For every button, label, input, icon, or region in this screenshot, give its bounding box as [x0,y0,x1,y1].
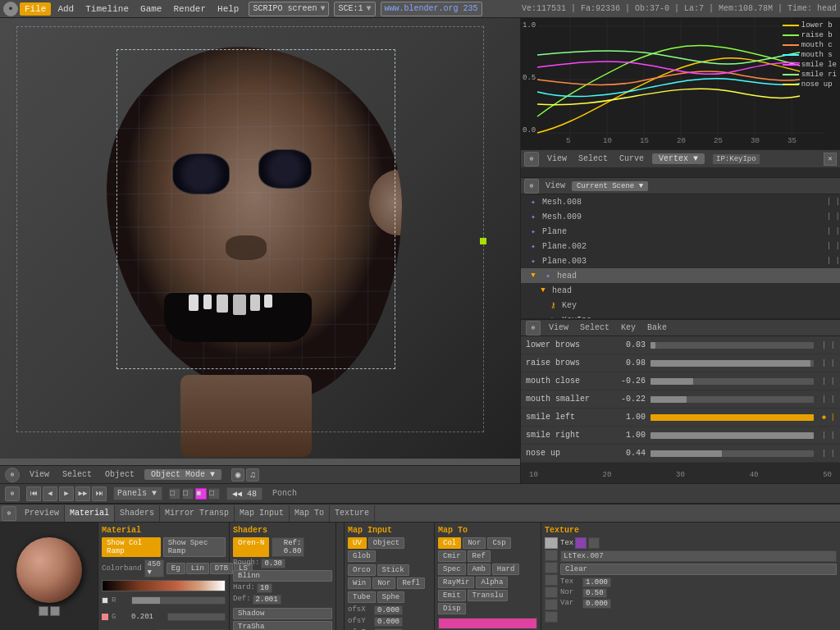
shape-key-icon[interactable]: ⊕ [526,321,541,336]
nor-map-btn[interactable]: Nor [463,537,486,549]
outliner-item-head-obj[interactable]: ▼ head [521,283,840,298]
win-btn[interactable]: Win [348,578,371,589]
viewport-icon-1[interactable]: ◉ [231,468,244,482]
object-btn[interactable]: Object [368,537,404,549]
tex-slot-6[interactable] [545,599,558,610]
menu-help[interactable]: Help [212,2,244,16]
3d-viewport[interactable]: (46) head ⊕ View Select Object Object Mo… [0,18,520,483]
shape-key-mouth-smaller[interactable]: mouth smaller -0.22 | | [521,390,840,409]
disp-map-btn[interactable]: Disp [438,603,466,614]
col-map-btn[interactable]: Col [438,537,461,549]
outliner-view-btn[interactable]: View [542,180,568,191]
viewport-mode-icon[interactable]: ⊕ [5,468,20,482]
uv-btn[interactable]: UV [348,537,367,549]
outliner-item-plane003[interactable]: ✦ Plane.003 | | [521,253,840,268]
shape-key-nose-up[interactable]: nose up 0.44 | | [521,445,840,463]
graph-view-btn[interactable]: View [544,153,570,164]
menu-timeline[interactable]: Timeline [80,2,134,16]
timeline-play-btn[interactable]: ▶ [59,486,74,501]
tex-field[interactable]: 1.000 [582,578,611,587]
nor-tex-field[interactable]: 0.50 [582,588,607,598]
graph-vertex-dropdown[interactable]: Vertex ▼ [652,153,705,164]
ref-map-btn[interactable]: Ref [468,550,491,562]
outliner-item-keyipo[interactable]: ≈ KeyIpo [521,313,840,319]
viewport-view-btn[interactable]: View [26,469,52,480]
tab-map-input[interactable]: Map Input [235,505,290,522]
timeline-end-btn[interactable]: ⏭ [92,486,107,501]
ofsx-field[interactable]: 0.000 [374,605,403,615]
ofsy-field[interactable]: 0.000 [374,617,403,627]
raymir-map-btn[interactable]: RayMir [438,577,474,588]
menu-add[interactable]: Add [52,2,79,16]
graph-mode-icon[interactable]: ⊕ [524,152,539,167]
frame-counter[interactable]: ◀◀ 48 [226,487,262,500]
menu-game[interactable]: Game [135,2,167,16]
nor-btn[interactable]: Nor [372,578,395,589]
def-field[interactable]: 2.001 [253,595,281,605]
viewport-object-btn[interactable]: Object [102,469,138,480]
outliner-item-head[interactable]: ▼ ✦ head [521,268,840,283]
scene-dropdown[interactable]: SCE:1 ▼ [334,2,375,16]
emit-map-btn[interactable]: Emit [438,590,466,601]
props-icon[interactable]: ⊕ [2,506,16,521]
shape-key-view-btn[interactable]: View [546,322,572,333]
timeline-prev-btn[interactable]: ◀ [43,486,57,501]
clear-tex-btn[interactable]: Clear [560,564,837,575]
tab-shaders[interactable]: Shaders [115,505,160,522]
tab-preview[interactable]: Preview [20,505,65,522]
show-spec-ramp-btn[interactable]: Show Spec Ramp [163,537,226,557]
timeline-start-btn[interactable]: ⏮ [26,486,41,501]
tex-type-icon-1[interactable] [575,537,587,549]
panel-icon-1[interactable]: □ [169,488,180,500]
amb-map-btn[interactable]: Amb [468,564,491,575]
screen-dropdown[interactable]: SCRIPO screen ▼ [249,2,329,16]
alpha-map-btn[interactable]: Alpha [476,577,508,588]
hard-map-btn[interactable]: Hard [492,564,520,575]
colorband-display[interactable] [102,580,226,591]
oren-n-btn[interactable]: Oren-N [233,537,269,557]
panel-icon-2[interactable]: □ [182,488,194,500]
preview-icon-2[interactable] [50,606,60,616]
outliner-item-plane[interactable]: ✦ Plane | | [521,224,840,239]
shape-key-lower-brows[interactable]: lower brows 0.03 | | [521,336,840,354]
viewport-select-btn[interactable]: Select [59,469,95,480]
menu-file[interactable]: File [20,2,51,16]
viewport-mode-dropdown[interactable]: Object Mode ▼ [144,469,221,480]
panel-icon-3[interactable]: ■ [195,488,207,500]
tab-map-to[interactable]: Map To [290,505,330,522]
tex-type-icon-2[interactable] [588,537,600,549]
glob-btn[interactable]: Glob [348,550,376,562]
tab-texture[interactable]: Texture [330,505,375,522]
viewport-icon-2[interactable]: ♫ [246,468,259,482]
timeline-icon[interactable]: ⊕ [5,486,20,501]
cmir-map-btn[interactable]: Cmir [438,550,466,562]
outliner-item-key[interactable]: ⚷ Key [521,298,840,313]
outliner-mode-icon[interactable]: ⊕ [524,179,539,194]
shape-key-key-btn[interactable]: Key [618,322,639,333]
shape-key-bake-btn[interactable]: Bake [644,322,670,333]
tex-slot-3[interactable] [545,562,558,573]
tex-slot-4[interactable] [545,574,558,586]
var-tex-field[interactable]: 0.000 [582,599,611,609]
ref-field[interactable]: Ref: 0.80 [272,537,304,557]
csp-map-btn[interactable]: Csp [487,537,510,549]
shape-key-smile-right[interactable]: smile right 1.00 | | [521,427,840,445]
outliner-item-plane002[interactable]: ✦ Plane.002 | | [521,239,840,253]
outliner-item-mesh009[interactable]: ✦ Mesh.009 | | [521,209,840,224]
timeline-next-btn[interactable]: ▶▶ [75,486,90,501]
hard-field[interactable]: 10 [257,583,272,593]
shadow-btn[interactable]: Shadow [233,608,332,619]
rough-field[interactable]: 0.30 [261,559,285,568]
shape-key-mouth-close[interactable]: mouth close -0.26 | | [521,372,840,390]
outliner-scene-dropdown[interactable]: Current Scene ▼ [572,181,648,191]
menu-render[interactable]: Render [168,2,211,16]
refl-btn[interactable]: Refl [397,578,425,589]
colorband-btn-lin[interactable]: Lin [186,563,209,574]
graph-keyipo-input[interactable]: IP:KeyIpo [713,154,760,164]
website-link[interactable]: www.blender.org 235 [381,2,482,16]
stick-btn[interactable]: Stick [377,564,409,576]
graph-curve-btn[interactable]: Curve [616,153,647,164]
tex-slot-5[interactable] [545,587,558,598]
tab-mirror-transp[interactable]: Mirror Transp [160,505,235,522]
shape-key-smile-left[interactable]: smile left 1.00 ◆ | [521,409,840,427]
